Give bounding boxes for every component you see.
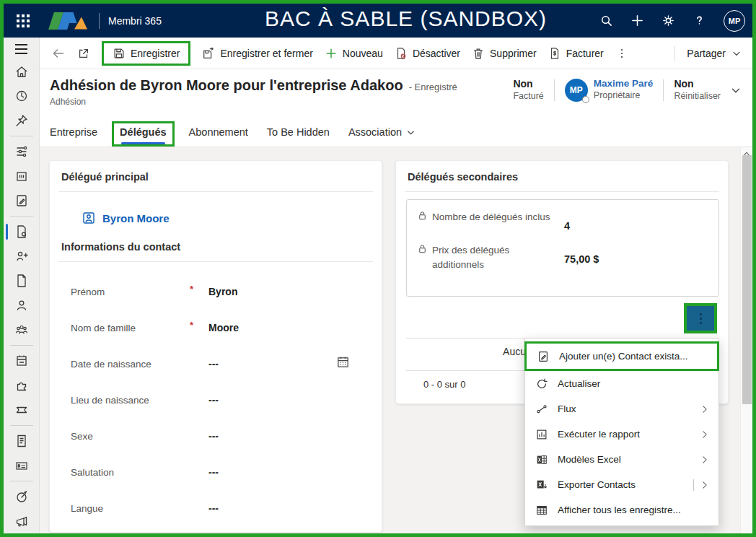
menu-item-excel-templates[interactable]: Modèles Excel <box>525 447 718 472</box>
secondary-delegates-title: Délégués secondaires <box>408 171 716 183</box>
gear-icon[interactable] <box>662 14 675 27</box>
new-button[interactable]: Nouveau <box>325 47 383 60</box>
locked-field-included-delegates: Nombre de délégués inclus 4 <box>417 210 708 232</box>
sidebar-divider <box>10 136 33 136</box>
scrollbar-thumb[interactable] <box>742 155 752 404</box>
sidebar-item-register[interactable] <box>4 164 40 188</box>
menu-item-add-existing-contact[interactable]: Ajouter un(e) Contact exista... <box>527 344 717 369</box>
excel-templates-icon <box>535 453 548 466</box>
tab-association-label: Association <box>348 126 402 138</box>
field-nom-de-famille[interactable]: Nom de famille * Moore <box>61 310 370 346</box>
submenu-chevron-icon <box>700 480 710 490</box>
field-value[interactable]: --- <box>208 466 219 478</box>
subgrid-more-commands-button[interactable] <box>687 306 714 331</box>
subgrid-empty-message: Aucu <box>439 346 526 357</box>
delete-button[interactable]: Supprimer <box>472 47 537 60</box>
save-button[interactable]: Enregistrer <box>113 47 180 60</box>
sidebar-item-recent[interactable] <box>4 84 40 108</box>
field-value[interactable]: Moore <box>208 322 239 333</box>
field-salutation[interactable]: Salutation --- <box>61 454 370 490</box>
menu-item-refresh[interactable]: Actualiser <box>525 371 718 396</box>
menu-item-label: Ajouter un(e) Contact exista... <box>559 351 708 362</box>
contact-fields: Prénom * Byron Nom de famille * Moore Da… <box>61 274 370 526</box>
field-langue[interactable]: Langue --- <box>61 490 370 526</box>
command-divider <box>674 45 675 61</box>
owner-field[interactable]: MP Maxime Paré Propriétaire <box>565 78 654 102</box>
field-prenom[interactable]: Prénom * Byron <box>61 274 370 310</box>
menu-item-flux[interactable]: Flux <box>525 396 718 422</box>
tab-association[interactable]: Association <box>348 126 416 147</box>
topbar-divider <box>99 13 100 29</box>
sidebar-item-add-contact[interactable] <box>4 244 40 268</box>
overflow-menu-icon[interactable] <box>615 47 628 60</box>
more-commands-annotation-box <box>684 303 717 333</box>
field-value[interactable]: --- <box>208 358 219 370</box>
invoice-button[interactable]: Facturer <box>548 47 604 60</box>
app-launcher-icon[interactable] <box>11 9 35 33</box>
vertical-scrollbar[interactable] <box>740 147 752 533</box>
save-and-close-button[interactable]: Enregistrer et fermer <box>202 47 312 60</box>
sidebar-divider <box>10 425 33 426</box>
back-button[interactable] <box>51 46 66 61</box>
owner-avatar[interactable]: MP <box>565 79 588 102</box>
sidebar-item-goal[interactable] <box>4 484 40 509</box>
sidebar-item-process[interactable] <box>4 139 40 164</box>
help-icon[interactable] <box>693 14 706 27</box>
billed-label: Facturé <box>513 91 543 102</box>
header-collapse-chevron-icon[interactable] <box>729 84 742 100</box>
owner-name[interactable]: Maxime Paré <box>594 78 654 90</box>
tab-entreprise[interactable]: Entreprise <box>50 126 97 147</box>
field-value[interactable]: Byron <box>208 286 237 297</box>
sidebar-item-event[interactable] <box>4 349 40 373</box>
field-date-de-naissance[interactable]: Date de naissance --- <box>61 346 370 382</box>
sidebar-item-ticket[interactable] <box>4 398 40 422</box>
sidebar-item-contact[interactable] <box>4 293 40 318</box>
top-navigation-bar: Membri 365 BAC À SABLE (SANDBOX) MP <box>4 4 752 38</box>
field-value[interactable]: --- <box>208 502 219 514</box>
deactivate-label: Désactiver <box>413 48 460 59</box>
locked-field-additional-price: Prix des délégués additionnels 75,00 $ <box>417 243 708 273</box>
deactivate-button[interactable]: Désactiver <box>395 47 460 60</box>
sidebar-item-group[interactable] <box>4 318 40 342</box>
sidebar-item-invoice[interactable] <box>4 429 40 453</box>
popout-icon[interactable] <box>77 47 90 60</box>
field-value[interactable]: --- <box>208 394 219 406</box>
tab-abonnement[interactable]: Abonnement <box>189 126 248 147</box>
field-lieu-de-naissance[interactable]: Lieu de naissance --- <box>61 382 370 418</box>
share-button[interactable]: Partager <box>687 48 742 59</box>
sitemap-toggle-icon[interactable] <box>4 43 40 55</box>
field-sexe[interactable]: Sexe --- <box>61 418 370 454</box>
sidebar-item-module[interactable] <box>4 373 40 398</box>
tab-to-be-hidden[interactable]: To Be Hidden <box>267 126 330 147</box>
page-title: Adhésion de Byron Moore pour l'entrepris… <box>50 77 403 94</box>
primary-delegate-title: Délégué principal <box>61 171 370 183</box>
menu-item-annotation-box: Ajouter un(e) Contact exista... <box>524 341 719 371</box>
contact-link-row[interactable]: Byron Moore <box>82 211 370 225</box>
field-value[interactable]: --- <box>208 430 219 442</box>
flow-icon <box>535 403 548 416</box>
calendar-icon[interactable] <box>336 355 350 372</box>
sidebar-item-pinned[interactable] <box>4 108 40 133</box>
new-label: Nouveau <box>343 48 383 59</box>
membri-logo <box>48 11 90 31</box>
menu-item-run-report[interactable]: Exécuter le rapport <box>525 422 718 447</box>
menu-item-export-contacts[interactable]: Exporter Contacts <box>525 472 718 497</box>
owner-role: Propriétaire <box>594 90 654 102</box>
sidebar-item-announcement[interactable] <box>4 509 40 533</box>
field-label: Nom de famille <box>71 323 170 333</box>
search-icon[interactable] <box>599 14 613 27</box>
menu-item-show-all-records[interactable]: Afficher tous les enregistre... <box>525 497 718 523</box>
sidebar-item-clipboard-edit[interactable] <box>4 188 40 213</box>
header-fields: Non Facturé MP Maxime Paré Propriétaire … <box>513 78 721 102</box>
quick-create-icon[interactable] <box>630 14 644 27</box>
sidebar-item-page[interactable] <box>4 268 40 293</box>
header-divider <box>663 79 664 101</box>
tab-delegues[interactable]: Délégués <box>120 126 166 144</box>
sidebar-item-memberships[interactable] <box>4 219 40 244</box>
contact-link[interactable]: Byron Moore <box>102 212 170 224</box>
user-avatar[interactable]: MP <box>724 10 745 32</box>
app-name[interactable]: Membri 365 <box>108 15 162 27</box>
sidebar-item-home[interactable] <box>4 59 40 84</box>
field-label: Date de naissance <box>71 359 170 370</box>
sidebar-item-payment[interactable] <box>4 453 40 478</box>
